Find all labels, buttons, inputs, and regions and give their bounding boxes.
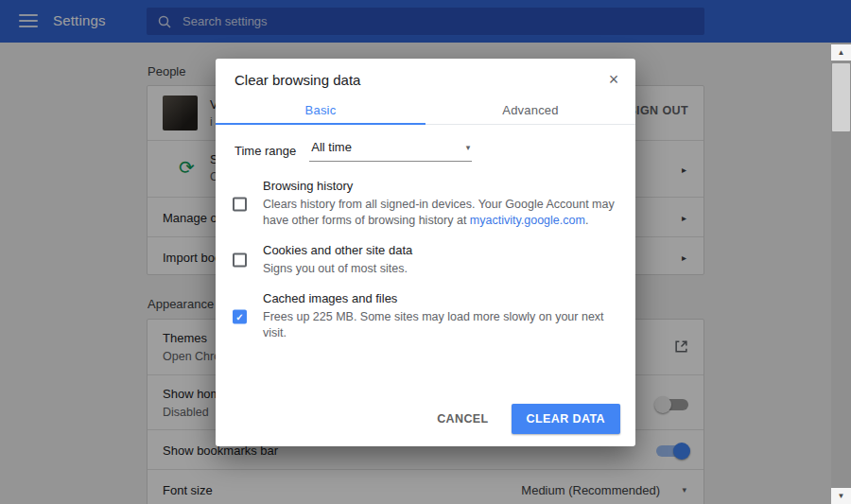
- checkbox-row-cookies: Cookies and other site data Signs you ou…: [231, 243, 617, 277]
- tab-basic[interactable]: Basic: [216, 96, 426, 124]
- dropdown-caret-icon: ▾: [466, 143, 471, 152]
- check-icon: ✓: [235, 311, 243, 322]
- item-title: Browsing history: [263, 179, 617, 193]
- close-icon[interactable]: ×: [601, 67, 626, 92]
- time-range-label: Time range: [234, 144, 296, 158]
- checkbox-browsing-history[interactable]: [233, 197, 247, 211]
- tab-basic-label: Basic: [305, 103, 337, 117]
- checkbox-cookies[interactable]: [233, 253, 247, 268]
- item-description: Signs you out of most sites.: [263, 261, 617, 277]
- scroll-up-button[interactable]: ▲: [831, 44, 851, 61]
- dialog-footer: CANCEL CLEAR DATA: [422, 404, 620, 434]
- myactivity-link[interactable]: myactivity.google.com: [470, 214, 585, 227]
- chrome-settings-page: Settings People V i SIGN OUT ⟳ S O ▸ Man…: [0, 0, 851, 504]
- dialog-title: Clear browsing data: [234, 72, 360, 88]
- scrollbar[interactable]: ▲ ▼: [831, 43, 851, 504]
- time-range-row: Time range All time ▾: [234, 140, 617, 162]
- checkbox-row-cached-images: ✓ Cached images and files Frees up 225 M…: [231, 291, 617, 341]
- clear-data-button[interactable]: CLEAR DATA: [512, 404, 620, 434]
- tab-advanced-label: Advanced: [502, 103, 558, 117]
- item-title: Cached images and files: [263, 291, 617, 305]
- dialog-body: Time range All time ▾ Browsing history C…: [216, 125, 635, 356]
- time-range-value: All time: [311, 140, 352, 154]
- cancel-button[interactable]: CANCEL: [422, 404, 503, 434]
- time-range-select[interactable]: All time ▾: [309, 140, 472, 162]
- scroll-down-button[interactable]: ▼: [831, 488, 851, 504]
- scrollbar-thumb[interactable]: [832, 63, 850, 131]
- dialog-tabs: Basic Advanced: [216, 96, 635, 125]
- desc-text-end: .: [585, 214, 588, 227]
- clear-browsing-data-dialog: Clear browsing data × Basic Advanced Tim…: [216, 59, 635, 446]
- item-title: Cookies and other site data: [263, 243, 617, 257]
- checkbox-cached-images[interactable]: ✓: [233, 309, 247, 323]
- checkbox-row-browsing-history: Browsing history Clears history from all…: [231, 179, 617, 229]
- item-description: Frees up 225 MB. Some sites may load mor…: [263, 309, 617, 341]
- tab-advanced[interactable]: Advanced: [426, 96, 635, 124]
- item-description: Clears history from all signed-in device…: [263, 197, 617, 229]
